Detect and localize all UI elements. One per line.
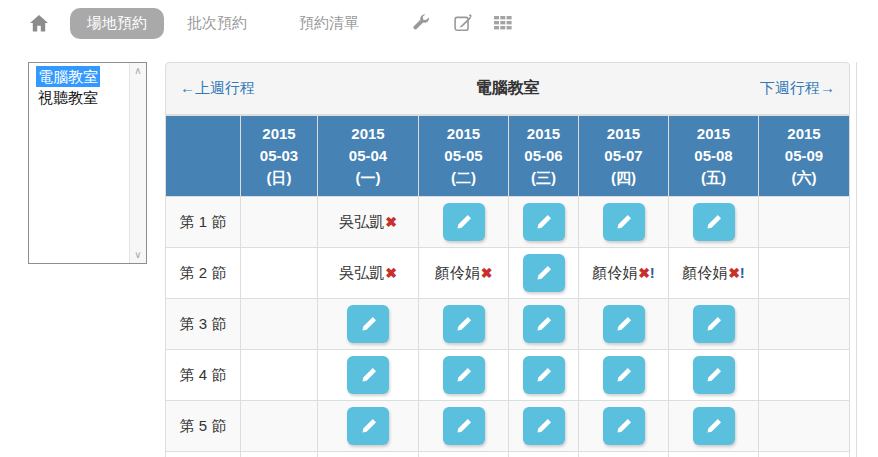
schedule-cell-available xyxy=(509,248,579,299)
booker-name: 吳弘凱 xyxy=(339,264,384,281)
cancel-booking-icon[interactable]: ✖ xyxy=(728,265,740,281)
grid-icon[interactable] xyxy=(494,16,512,30)
reserve-button[interactable] xyxy=(693,407,735,445)
booker-name: 顏伶娟 xyxy=(592,264,637,281)
pencil-icon xyxy=(361,368,376,383)
schedule-cell-available xyxy=(669,350,759,401)
pencil-icon xyxy=(616,419,631,434)
schedule-cell-available xyxy=(579,299,669,350)
date-header-weekday: (三) xyxy=(509,167,578,189)
reserve-button[interactable] xyxy=(347,407,389,445)
scroll-down-icon[interactable]: ∨ xyxy=(134,250,141,260)
reserve-button[interactable] xyxy=(523,203,565,241)
home-icon[interactable] xyxy=(30,15,48,32)
date-header-weekday: (日) xyxy=(241,167,317,189)
reserve-button[interactable] xyxy=(347,305,389,343)
warning-exclamation-icon: ! xyxy=(650,264,655,281)
cancel-booking-icon[interactable]: ✖ xyxy=(385,214,397,230)
schedule-cell-empty xyxy=(759,299,850,350)
pencil-icon xyxy=(706,317,721,332)
reserve-button[interactable] xyxy=(443,407,485,445)
reserve-button[interactable] xyxy=(603,407,645,445)
reserve-button[interactable] xyxy=(603,305,645,343)
schedule-row: 第 5 節 xyxy=(166,401,850,452)
pencil-icon xyxy=(456,317,471,332)
schedule-cell-available xyxy=(318,350,419,401)
date-header-year: 2015 xyxy=(669,123,758,145)
date-header-date: 05-06 xyxy=(509,145,578,167)
schedule-cell-empty xyxy=(241,401,318,452)
schedule-row: 第 4 節 xyxy=(166,350,850,401)
reserve-button[interactable] xyxy=(693,356,735,394)
reserve-button[interactable] xyxy=(523,407,565,445)
schedule-cell-available xyxy=(669,197,759,248)
date-header-cell: 201505-03(日) xyxy=(241,116,318,197)
edit-icon[interactable] xyxy=(454,14,472,32)
date-header-date: 05-04 xyxy=(318,145,418,167)
reserve-button[interactable] xyxy=(347,356,389,394)
warning-exclamation-icon: ! xyxy=(740,264,745,281)
schedule-cell-booked: 顏伶娟✖! xyxy=(669,248,759,299)
schedule-cell-empty xyxy=(241,299,318,350)
date-header-year: 2015 xyxy=(318,123,418,145)
date-header-date: 05-07 xyxy=(579,145,668,167)
period-label: 第 5 節 xyxy=(166,401,241,452)
scroll-up-icon[interactable]: ∧ xyxy=(134,66,141,76)
panel-right-edge xyxy=(856,62,857,457)
schedule-panel-header: ←上週行程 電腦教室 下週行程→ xyxy=(165,62,850,115)
pencil-icon xyxy=(706,419,721,434)
date-header-cell: 201505-04(一) xyxy=(318,116,419,197)
schedule-cell-available xyxy=(419,197,509,248)
schedule-table: 201505-03(日)201505-04(一)201505-05(二)2015… xyxy=(165,115,850,457)
date-header-cell: 201505-07(四) xyxy=(579,116,669,197)
date-header-date: 05-05 xyxy=(419,145,508,167)
cancel-booking-icon[interactable]: ✖ xyxy=(481,265,493,281)
booker-name: 顏伶娟 xyxy=(682,264,727,281)
schedule-cell-clipped xyxy=(759,452,850,457)
date-header-date: 05-09 xyxy=(759,145,849,167)
reserve-button[interactable] xyxy=(523,305,565,343)
reserve-button[interactable] xyxy=(603,203,645,241)
pencil-icon xyxy=(616,368,631,383)
room-listbox: 電腦教室 視聽教室 ∧ ∨ xyxy=(28,62,147,264)
pencil-icon xyxy=(456,368,471,383)
schedule-row: 第 2 節吳弘凱✖顏伶娟✖顏伶娟✖!顏伶娟✖! xyxy=(166,248,850,299)
reserve-button[interactable] xyxy=(523,356,565,394)
reserve-button[interactable] xyxy=(693,203,735,241)
period-label: 第 1 節 xyxy=(166,197,241,248)
reserve-button[interactable] xyxy=(603,356,645,394)
tab-batch-booking[interactable]: 批次預約 xyxy=(170,8,264,39)
period-label: 第 2 節 xyxy=(166,248,241,299)
reserve-button[interactable] xyxy=(693,305,735,343)
reserve-button[interactable] xyxy=(523,254,565,292)
schedule-panel: ←上週行程 電腦教室 下週行程→ 201505-03(日)201505-04(一… xyxy=(165,62,850,457)
reserve-button[interactable] xyxy=(443,305,485,343)
schedule-cell-available xyxy=(509,299,579,350)
date-header-date: 05-08 xyxy=(669,145,758,167)
navbar: 場地預約 批次預約 預約清單 xyxy=(0,0,878,46)
schedule-cell-empty xyxy=(241,350,318,401)
pencil-icon xyxy=(536,419,551,434)
tab-booking-list[interactable]: 預約清單 xyxy=(282,8,376,39)
reserve-button[interactable] xyxy=(443,203,485,241)
corner-header-cell xyxy=(166,116,241,197)
reserve-button[interactable] xyxy=(443,356,485,394)
cancel-booking-icon[interactable]: ✖ xyxy=(385,265,397,281)
wrench-icon[interactable] xyxy=(412,14,430,32)
schedule-cell-clipped xyxy=(166,452,241,457)
schedule-cell-available xyxy=(509,197,579,248)
cancel-booking-icon[interactable]: ✖ xyxy=(638,265,650,281)
date-header-cell: 201505-08(五) xyxy=(669,116,759,197)
listbox-scrollbar[interactable]: ∧ ∨ xyxy=(129,63,146,263)
schedule-cell-clipped xyxy=(579,452,669,457)
next-week-link[interactable]: 下週行程→ xyxy=(760,79,835,98)
prev-week-link[interactable]: ←上週行程 xyxy=(180,79,255,98)
date-header-year: 2015 xyxy=(579,123,668,145)
date-header-year: 2015 xyxy=(419,123,508,145)
schedule-cell-available xyxy=(669,299,759,350)
date-header-weekday: (二) xyxy=(419,167,508,189)
schedule-cell-clipped xyxy=(509,452,579,457)
tab-venue-booking[interactable]: 場地預約 xyxy=(70,8,164,39)
schedule-cell-empty xyxy=(759,350,850,401)
date-header-year: 2015 xyxy=(241,123,317,145)
